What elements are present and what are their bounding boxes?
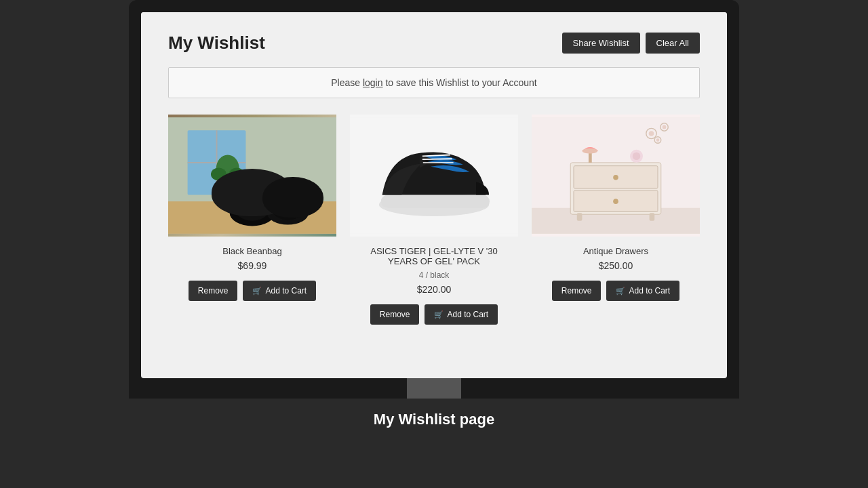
- svg-rect-30: [577, 213, 583, 220]
- monitor-stand: [129, 378, 739, 399]
- product-price-2: $220.00: [350, 284, 518, 295]
- share-wishlist-button[interactable]: Share Wishlist: [562, 33, 640, 54]
- page-header: My Wishlist Share Wishlist Clear All: [168, 33, 700, 54]
- svg-point-35: [633, 152, 640, 160]
- svg-point-12: [271, 190, 306, 220]
- svg-point-10: [233, 188, 271, 221]
- product-name-2: ASICS TIGER | GEL-LYTE V '30 YEARS OF GE…: [350, 246, 518, 266]
- product-price-3: $250.00: [532, 260, 700, 271]
- page-title: My Wishlist: [168, 33, 265, 54]
- svg-rect-31: [650, 213, 655, 220]
- svg-point-37: [649, 131, 654, 136]
- add-to-cart-button-3[interactable]: 🛒 Add to Cart: [606, 281, 679, 301]
- product-card-2: ASICS TIGER | GEL-LYTE V '30 YEARS OF GE…: [350, 115, 518, 325]
- add-to-cart-label-3: Add to Cart: [629, 286, 670, 296]
- svg-point-11: [267, 201, 309, 224]
- svg-point-7: [211, 168, 226, 181]
- product-image-3: [532, 115, 700, 237]
- bottom-bar: My Wishlist page: [0, 399, 868, 441]
- svg-rect-18: [381, 195, 490, 208]
- product-name-3: Antique Drawers: [532, 246, 700, 256]
- page-content: My Wishlist Share Wishlist Clear All Ple…: [141, 12, 727, 352]
- login-banner-text-before: Please: [331, 77, 363, 88]
- add-to-cart-label-2: Add to Cart: [447, 310, 488, 319]
- svg-point-29: [613, 199, 618, 204]
- monitor-stand-neck: [407, 378, 461, 399]
- clear-all-button[interactable]: Clear All: [646, 33, 700, 54]
- product-actions-2: Remove 🛒 Add to Cart: [350, 304, 518, 325]
- remove-button-3[interactable]: Remove: [552, 281, 601, 301]
- svg-rect-15: [275, 198, 277, 209]
- remove-button-1[interactable]: Remove: [189, 281, 238, 301]
- remove-button-2[interactable]: Remove: [370, 304, 420, 325]
- product-price-1: $69.99: [168, 260, 336, 271]
- product-name-1: Black Beanbag: [168, 246, 336, 256]
- login-banner: Please login to save this Wishlist to yo…: [168, 67, 700, 98]
- product-variant-2: 4 / black: [350, 270, 518, 280]
- product-card-1: Black Beanbag $69.99 Remove 🛒 Add to Car…: [168, 115, 336, 325]
- header-buttons: Share Wishlist Clear All: [562, 33, 701, 54]
- product-image-1: [168, 115, 336, 237]
- monitor-frame: My Wishlist Share Wishlist Clear All Ple…: [129, 0, 739, 378]
- add-to-cart-button-1[interactable]: 🛒 Add to Cart: [243, 281, 316, 301]
- bottom-bar-title: My Wishlist page: [374, 411, 494, 428]
- product-actions-1: Remove 🛒 Add to Cart: [168, 281, 336, 301]
- add-to-cart-label-1: Add to Cart: [265, 286, 307, 296]
- svg-point-9: [230, 200, 275, 226]
- svg-point-8: [229, 168, 245, 181]
- cart-icon-1: 🛒: [252, 287, 262, 296]
- products-grid: Black Beanbag $69.99 Remove 🛒 Add to Car…: [168, 115, 700, 325]
- svg-rect-13: [264, 195, 280, 199]
- svg-point-41: [656, 138, 660, 142]
- add-to-cart-button-2[interactable]: 🛒 Add to Cart: [425, 304, 498, 325]
- svg-point-39: [663, 125, 667, 129]
- login-banner-text-after: to save this Wishlist to your Account: [383, 77, 537, 88]
- svg-rect-5: [225, 176, 231, 195]
- login-link[interactable]: login: [363, 77, 383, 88]
- svg-line-20: [422, 159, 452, 159]
- svg-rect-14: [266, 198, 269, 209]
- product-actions-3: Remove 🛒 Add to Cart: [532, 281, 700, 301]
- cart-icon-3: 🛒: [616, 287, 625, 296]
- svg-point-33: [582, 148, 597, 154]
- product-image-2: [350, 115, 518, 237]
- svg-point-27: [613, 175, 618, 180]
- cart-icon-2: 🛒: [434, 310, 443, 319]
- monitor-screen: My Wishlist Share Wishlist Clear All Ple…: [141, 12, 727, 378]
- product-card-3: Antique Drawers $250.00 Remove 🛒 Add to …: [532, 115, 700, 325]
